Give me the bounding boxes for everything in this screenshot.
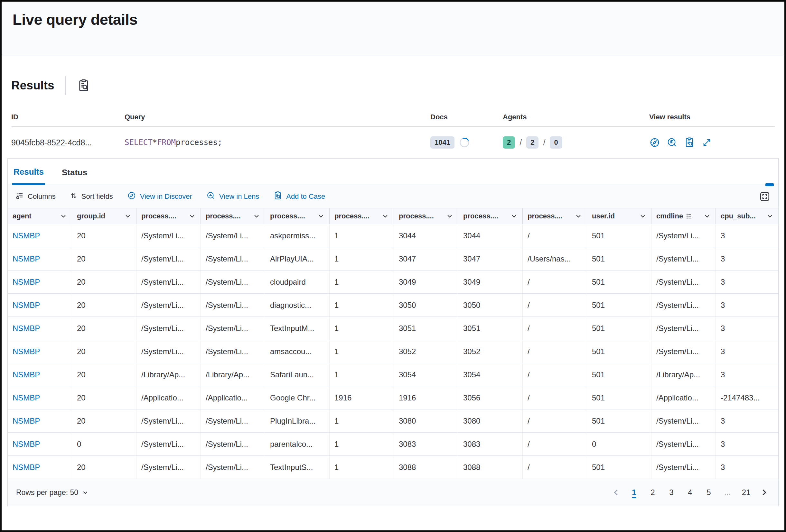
- fullscreen-icon[interactable]: [759, 191, 770, 202]
- agent-link[interactable]: NSMBP: [13, 255, 40, 263]
- cell-value: /System/Li...: [141, 463, 184, 472]
- column-header-user.id-9[interactable]: user.id: [587, 209, 651, 224]
- column-header-label: process....: [141, 212, 177, 220]
- pagination-page-4[interactable]: 4: [683, 485, 698, 500]
- cell-value: 1: [334, 324, 339, 333]
- pagination-next-button[interactable]: [758, 487, 770, 498]
- agent-link[interactable]: NSMBP: [13, 301, 40, 310]
- rows-per-page-button[interactable]: Rows per page: 50: [16, 488, 89, 497]
- cell-value: AirPlayUIA...: [270, 255, 314, 263]
- add-to-case-button[interactable]: Add to Case: [273, 191, 325, 202]
- cell-value: /Library/Ap...: [141, 370, 185, 379]
- grid-cell: /: [523, 340, 587, 363]
- page-title: Live query details: [13, 10, 773, 28]
- grid-cell: 3: [716, 456, 778, 479]
- cell-value: 3052: [463, 347, 480, 356]
- column-header-process....-6[interactable]: process....: [394, 209, 458, 224]
- grid-cell: 501: [587, 386, 651, 409]
- grid-cell: NSMBP: [8, 247, 72, 270]
- grid-cell: NSMBP: [8, 224, 72, 247]
- column-header-process....-4[interactable]: process....: [265, 209, 330, 224]
- column-header-cpu_sub...-11[interactable]: cpu_sub...: [716, 209, 778, 224]
- cell-value: /System/Li...: [206, 416, 248, 426]
- grid-cell: /System/Li...: [201, 456, 265, 479]
- chevron-down-icon: [510, 213, 517, 220]
- cell-value: 1: [334, 231, 339, 240]
- column-header-process....-5[interactable]: process....: [330, 209, 394, 224]
- grid-cell: 1: [330, 456, 394, 479]
- column-header-process....-7[interactable]: process....: [458, 209, 523, 224]
- table-row: NSMBP20/System/Li.../System/Li...TextInp…: [8, 456, 778, 479]
- cell-value: /: [528, 370, 530, 379]
- cell-value: 0: [77, 440, 81, 449]
- cell-value: /: [528, 416, 530, 426]
- tab-results[interactable]: Results: [12, 167, 45, 185]
- agent-link[interactable]: NSMBP: [13, 440, 40, 449]
- agents-separator: /: [543, 138, 545, 147]
- column-header-process....-2[interactable]: process....: [137, 209, 201, 224]
- inspect-clipboard-icon[interactable]: [77, 79, 90, 92]
- column-header-label: agent: [13, 212, 31, 220]
- cell-value: 3047: [399, 255, 416, 263]
- pagination-page-1[interactable]: 1: [626, 485, 642, 500]
- cell-value: TextInputM...: [270, 324, 314, 333]
- view-in-discover-button[interactable]: View in Discover: [127, 191, 192, 202]
- agent-link[interactable]: NSMBP: [13, 463, 40, 472]
- table-row: NSMBP20/Applicatio.../Applicatio...Googl…: [8, 386, 778, 409]
- grid-cell: 1: [330, 340, 394, 363]
- pagination-page-5[interactable]: 5: [701, 485, 716, 500]
- grid-cell: /Applicatio...: [137, 386, 201, 409]
- expand-diagonal-icon[interactable]: [701, 137, 712, 148]
- cell-value: 501: [592, 416, 605, 426]
- summary-header-view-results: View results: [649, 109, 775, 126]
- cell-value: 20: [77, 416, 86, 426]
- cell-value: 3: [721, 416, 725, 426]
- grid-cell: /System/Li...: [651, 294, 716, 316]
- agent-link[interactable]: NSMBP: [13, 277, 40, 287]
- cell-value: 1: [334, 463, 339, 472]
- agent-link[interactable]: NSMBP: [13, 231, 40, 240]
- column-header-process....-3[interactable]: process....: [201, 209, 265, 224]
- agent-link[interactable]: NSMBP: [13, 416, 40, 426]
- grid-cell: /Applicatio...: [201, 386, 265, 409]
- agent-link[interactable]: NSMBP: [13, 370, 40, 379]
- chevron-down-icon: [189, 213, 196, 220]
- cell-value: TextInputS...: [270, 463, 313, 472]
- grid-cell: 501: [587, 363, 651, 386]
- column-header-agent-0[interactable]: agent: [8, 209, 72, 224]
- agent-link[interactable]: NSMBP: [13, 347, 40, 356]
- cell-value: 3054: [463, 370, 480, 379]
- column-header-process....-8[interactable]: process....: [523, 209, 587, 224]
- view-in-lens-button[interactable]: View in Lens: [206, 191, 259, 202]
- agent-link[interactable]: NSMBP: [13, 324, 40, 333]
- table-row: NSMBP20/System/Li.../System/Li...PlugInL…: [8, 409, 778, 433]
- agents-successful-badge: 2: [503, 136, 515, 149]
- pagination-page-3[interactable]: 3: [664, 485, 679, 500]
- sort-fields-button[interactable]: Sort fields: [70, 192, 113, 201]
- discover-compass-icon[interactable]: [649, 137, 660, 148]
- inspect-results-icon[interactable]: [684, 137, 695, 148]
- columns-button[interactable]: Columns: [16, 191, 56, 202]
- column-header-label: process....: [463, 212, 498, 220]
- grid-cell: /System/Li...: [651, 433, 716, 456]
- lens-icon: [206, 191, 215, 202]
- pagination-previous-button[interactable]: [610, 487, 622, 498]
- add-to-case-label: Add to Case: [286, 192, 325, 201]
- cell-value: Google Chr...: [270, 393, 316, 402]
- column-header-group.id-1[interactable]: group.id: [72, 209, 137, 224]
- grid-cell: askpermiss...: [265, 224, 330, 247]
- cell-value: 3047: [463, 255, 480, 263]
- tab-status[interactable]: Status: [61, 167, 89, 185]
- pagination-page-21[interactable]: 21: [738, 485, 754, 500]
- pagination: 12345...21: [610, 485, 770, 500]
- agent-link[interactable]: NSMBP: [13, 393, 40, 402]
- columns-label: Columns: [28, 192, 56, 201]
- agents-failed-badge: 0: [550, 136, 562, 149]
- grid-cell: 0: [587, 433, 651, 456]
- grid-cell: /System/Li...: [201, 224, 265, 247]
- grid-cell: 3052: [458, 340, 523, 363]
- column-header-cmdline-10[interactable]: cmdline: [651, 209, 716, 224]
- cell-value: 501: [592, 347, 605, 356]
- pagination-page-2[interactable]: 2: [645, 485, 661, 500]
- lens-icon[interactable]: [667, 137, 677, 148]
